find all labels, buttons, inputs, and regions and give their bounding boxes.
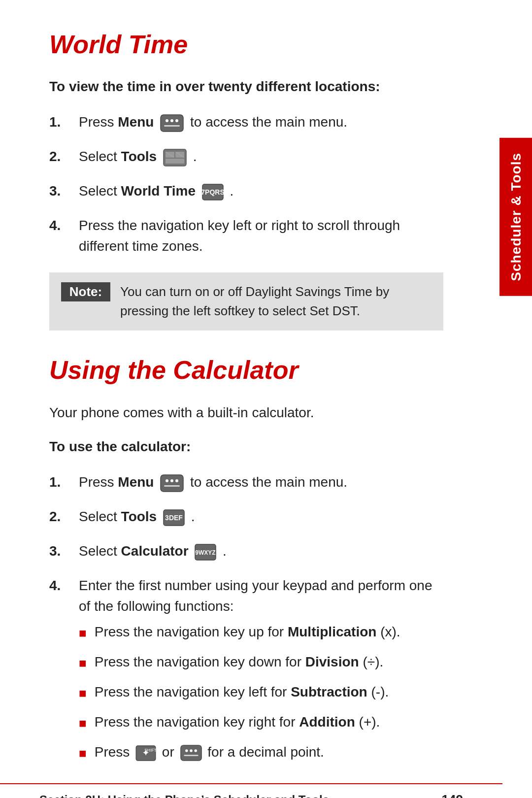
step-text-3: Select World Time 7PQRS .	[79, 181, 443, 201]
section-world-time: World Time To view the time in over twen…	[49, 30, 443, 331]
step-number-1: 1.	[49, 112, 79, 133]
calc-step-text-2: Select Tools 3DEF .	[79, 506, 443, 527]
section2-steps: 1. Press Menu to access the main menu. 2…	[49, 472, 443, 772]
svg-rect-8	[166, 159, 184, 164]
bullet-icon-4: ■	[79, 714, 87, 733]
step-text-2: Select Tools .	[79, 146, 443, 167]
note-box: Note: You can turn on or off Daylight Sa…	[49, 272, 443, 331]
step-text-1: Press Menu to access the main menu.	[79, 112, 443, 133]
step-2: 2. Select Tools .	[49, 146, 443, 167]
worldtime-icon: 7PQRS	[202, 184, 224, 200]
calc-bullet-text-2: Press the navigation key down for Divisi…	[95, 652, 384, 672]
page-footer: Section 2H: Using the Phone’s Scheduler …	[0, 783, 502, 798]
section1-intro: To view the time in over twenty differen…	[49, 77, 443, 96]
calc-step-number-2: 2.	[49, 506, 79, 527]
calc-step-number-3: 3.	[49, 541, 79, 562]
footer-page-number: 149	[442, 792, 463, 798]
calc-step-number-4: 4.	[49, 575, 79, 596]
bullet-icon-1: ■	[79, 624, 87, 643]
footer-section-text: Section 2H: Using the Phone’s Scheduler …	[39, 793, 329, 798]
bullet-icon-2: ■	[79, 654, 87, 673]
page-content: World Time To view the time in over twen…	[0, 0, 483, 798]
calc-step-4: 4. Enter the first number using your key…	[49, 575, 443, 772]
section1-steps: 1. Press Menu to access the main menu. 2…	[49, 112, 443, 257]
calculator-intro-plain: Your phone comes with a built-in calcula…	[49, 402, 443, 423]
svg-point-16	[175, 479, 178, 482]
svg-point-27	[190, 750, 193, 753]
calc-step-text-4: Enter the first number using your keypad…	[79, 575, 443, 772]
step-number-4: 4.	[49, 215, 79, 236]
calc-step-number-1: 1.	[49, 472, 79, 493]
tools-icon-2: 3DEF	[163, 509, 185, 526]
calc-step-1: 1. Press Menu to access the main menu.	[49, 472, 443, 493]
side-tab: Scheduler & Tools	[499, 138, 532, 296]
svg-point-3	[175, 119, 178, 122]
side-tab-text: Scheduler & Tools	[508, 153, 524, 281]
step-number-3: 3.	[49, 181, 79, 201]
menu-icon-3	[180, 745, 202, 761]
svg-text:3DEF: 3DEF	[165, 514, 183, 522]
calc-step-3: 3. Select Calculator 9WXYZ .	[49, 541, 443, 562]
svg-rect-17	[164, 485, 180, 487]
step-text-4: Press the navigation key left or right t…	[79, 215, 443, 257]
svg-text:7PQRS: 7PQRS	[202, 188, 224, 196]
svg-text:9WXYZ: 9WXYZ	[196, 549, 216, 556]
step-number-2: 2.	[49, 146, 79, 167]
calc-step-text-3: Select Calculator 9WXYZ .	[79, 541, 443, 562]
section-calculator: Using the Calculator Your phone comes wi…	[49, 355, 443, 772]
calc-bullet-text-3: Press the navigation key left for Subtra…	[95, 682, 389, 702]
calc-step-2: 2. Select Tools 3DEF .	[49, 506, 443, 527]
calculator-intro-bold: To use the calculator:	[49, 437, 443, 456]
svg-point-14	[166, 479, 168, 482]
step-3: 3. Select World Time 7PQRS .	[49, 181, 443, 201]
calc-bullet-4: ■ Press the navigation key right for Add…	[79, 712, 443, 733]
step-4: 4. Press the navigation key left or righ…	[49, 215, 443, 257]
calc-step-text-1: Press Menu to access the main menu.	[79, 472, 443, 493]
calc-bullet-1: ■ Press the navigation key up for Multip…	[79, 622, 443, 643]
note-text: You can turn on or off Daylight Savings …	[120, 282, 432, 321]
calculator-title: Using the Calculator	[49, 355, 443, 385]
svg-point-26	[185, 750, 188, 753]
svg-point-28	[194, 750, 197, 753]
menu-icon-1	[160, 114, 184, 132]
menu-icon-2	[160, 474, 184, 492]
svg-text:SHIFT: SHIFT	[144, 748, 156, 753]
svg-rect-25	[180, 745, 201, 761]
note-label: Note:	[61, 282, 110, 301]
calc-bullet-2: ■ Press the navigation key down for Divi…	[79, 652, 443, 673]
world-time-title: World Time	[49, 30, 443, 59]
bullet-icon-3: ■	[79, 684, 87, 703]
step-1: 1. Press Menu to access the main menu.	[49, 112, 443, 133]
bullet-icon-5: ■	[79, 744, 87, 763]
svg-rect-4	[164, 125, 180, 127]
calc-bullet-5: ■ Press ✦ SHIFT or	[79, 742, 443, 763]
calc-sub-list: ■ Press the navigation key up for Multip…	[79, 622, 443, 763]
calc-bullet-text-1: Press the navigation key up for Multipli…	[95, 622, 400, 642]
calc-bullet-text-5: Press ✦ SHIFT or	[95, 742, 324, 763]
svg-rect-13	[161, 475, 183, 492]
svg-point-15	[170, 479, 173, 482]
svg-point-2	[170, 119, 173, 122]
tools-icon-1	[163, 149, 187, 166]
calc-bullet-3: ■ Press the navigation key left for Subt…	[79, 682, 443, 703]
svg-point-1	[166, 119, 168, 122]
calc-bullet-text-4: Press the navigation key right for Addit…	[95, 712, 380, 732]
star-icon: ✦ SHIFT	[135, 745, 156, 761]
svg-rect-0	[161, 115, 183, 132]
calc-icon: 9WXYZ	[195, 544, 216, 561]
svg-rect-29	[184, 755, 198, 757]
